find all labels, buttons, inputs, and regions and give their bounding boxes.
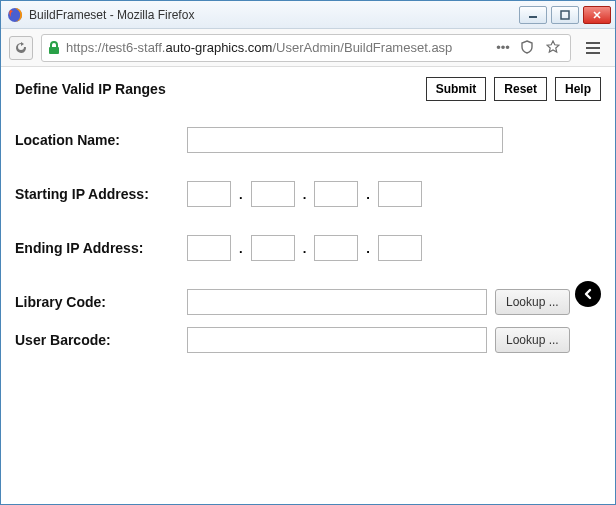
library-code-label: Library Code: (15, 294, 187, 310)
end-ip-octet-1[interactable] (187, 235, 231, 261)
dot-separator: . (239, 241, 243, 256)
page-title: Define Valid IP Ranges (15, 81, 166, 97)
shield-icon[interactable] (520, 40, 538, 55)
url-prefix: https://test6-staff. (66, 40, 165, 55)
end-ip-octet-2[interactable] (251, 235, 295, 261)
dot-separator: . (239, 187, 243, 202)
url-host: auto-graphics.com (165, 40, 272, 55)
dot-separator: . (366, 187, 370, 202)
star-icon[interactable] (546, 40, 564, 55)
window-close-button[interactable] (583, 6, 611, 24)
start-ip-octet-2[interactable] (251, 181, 295, 207)
window-maximize-button[interactable] (551, 6, 579, 24)
library-lookup-button[interactable]: Lookup ... (495, 289, 570, 315)
firefox-icon (7, 7, 23, 23)
help-button[interactable]: Help (555, 77, 601, 101)
url-text: https://test6-staff.auto-graphics.com/Us… (66, 40, 452, 55)
library-code-input[interactable] (187, 289, 487, 315)
lock-icon (48, 41, 60, 55)
user-barcode-label: User Barcode: (15, 332, 187, 348)
user-barcode-input[interactable] (187, 327, 487, 353)
start-ip-octet-3[interactable] (314, 181, 358, 207)
url-path: /UserAdmin/BuildFrameset.asp (272, 40, 452, 55)
dot-separator: . (366, 241, 370, 256)
svg-rect-3 (49, 47, 59, 54)
collapse-chevron-button[interactable] (575, 281, 601, 307)
end-ip-octet-4[interactable] (378, 235, 422, 261)
starting-ip-label: Starting IP Address: (15, 186, 187, 202)
hamburger-menu-button[interactable] (579, 34, 607, 62)
start-ip-octet-1[interactable] (187, 181, 231, 207)
svg-rect-1 (529, 16, 537, 18)
location-name-input[interactable] (187, 127, 503, 153)
reset-button[interactable]: Reset (494, 77, 547, 101)
window-minimize-button[interactable] (519, 6, 547, 24)
url-box[interactable]: https://test6-staff.auto-graphics.com/Us… (41, 34, 571, 62)
submit-button[interactable]: Submit (426, 77, 487, 101)
address-bar: https://test6-staff.auto-graphics.com/Us… (1, 29, 615, 67)
reload-button[interactable] (9, 36, 33, 60)
dot-separator: . (303, 187, 307, 202)
barcode-lookup-button[interactable]: Lookup ... (495, 327, 570, 353)
start-ip-octet-4[interactable] (378, 181, 422, 207)
window-titlebar: BuildFrameset - Mozilla Firefox (1, 1, 615, 29)
end-ip-octet-3[interactable] (314, 235, 358, 261)
location-name-label: Location Name: (15, 132, 187, 148)
window-title: BuildFrameset - Mozilla Firefox (29, 8, 519, 22)
ending-ip-label: Ending IP Address: (15, 240, 187, 256)
more-icon[interactable]: ••• (494, 40, 512, 55)
dot-separator: . (303, 241, 307, 256)
svg-rect-2 (561, 11, 569, 19)
